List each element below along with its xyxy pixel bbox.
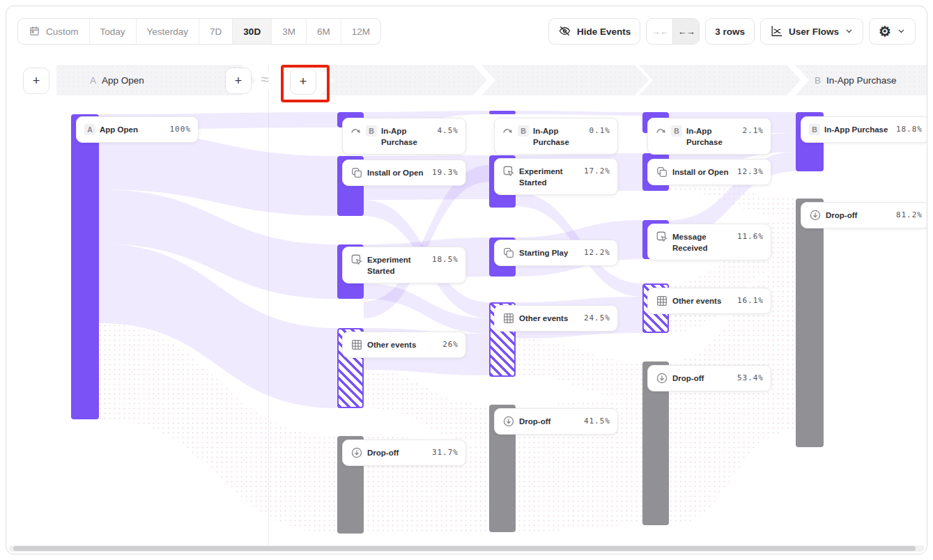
flow-card-in-app-purchase-col5[interactable]: BIn-App Purchase18.8% [801, 116, 927, 143]
dropoff-icon [502, 415, 515, 428]
date-range-yesterday[interactable]: Yesterday [136, 19, 199, 44]
grid-icon [350, 339, 363, 351]
flow-card-drop-off-col5[interactable]: Drop-off81.2% [801, 202, 927, 228]
flow-card-other-events-col3[interactable]: Other events24.5% [494, 305, 618, 332]
collapse-columns-button[interactable]: →← [647, 19, 672, 44]
date-range-12m[interactable]: 12M [341, 19, 380, 44]
flow-card-drop-off-col2[interactable]: Drop-off31.7% [342, 440, 466, 466]
date-range-label: 30D [243, 26, 261, 37]
step-a-label: App Open [102, 75, 144, 86]
flow-card-drop-off-col4[interactable]: Drop-off53.4% [647, 365, 771, 391]
flow-node-percent: 12.2% [584, 247, 610, 259]
flow-ribbon [364, 370, 489, 443]
date-range-custom[interactable]: Custom [18, 19, 89, 44]
grid-icon [502, 312, 515, 325]
toolbar-right: Hide Events →← ←→ 3 rows User Flows [548, 18, 916, 45]
flow-node-label: Drop-off [826, 210, 892, 221]
dropoff-icon [350, 446, 363, 459]
copy-icon [502, 247, 515, 259]
add-step-middle-button[interactable]: + [225, 68, 252, 94]
settings-button[interactable]: ⚙ [869, 18, 916, 45]
step-banner-4[interactable] [639, 65, 801, 95]
date-range-today[interactable]: Today [89, 19, 136, 44]
date-range-label: Custom [46, 26, 79, 37]
flow-node-label: Install or Open [672, 166, 733, 178]
flow-card-install-or-open-col4[interactable]: Install or Open12.3% [647, 159, 771, 185]
flow-node-percent: 4.5% [438, 125, 459, 137]
horizontal-scrollbar [9, 545, 924, 552]
flow-node-percent: 26% [442, 339, 458, 351]
flow-node-percent: 53.4% [737, 373, 764, 384]
date-range-7d[interactable]: 7D [199, 19, 232, 44]
flow-node-label: App Open [100, 124, 166, 135]
flow-bar-app-open-col1[interactable] [71, 114, 99, 419]
skip-icon [502, 125, 514, 136]
flow-node-percent: 0.1% [589, 125, 611, 137]
flow-card-starting-play-col3[interactable]: Starting Play12.2% [494, 240, 618, 266]
flow-node-percent: 2.1% [743, 125, 764, 137]
gear-icon: ⚙ [879, 24, 891, 38]
flow-node-label: Other events [519, 313, 580, 324]
flow-card-experiment-started-col2[interactable]: Experiment Started18.5% [342, 247, 466, 283]
date-range-label: 7D [210, 26, 222, 37]
flow-node-label: Starting Play [519, 247, 580, 258]
flow-card-other-events-col2[interactable]: Other events26% [342, 332, 466, 358]
flow-bar-in-app-purchase-col3[interactable] [489, 111, 516, 114]
hide-events-button[interactable]: Hide Events [548, 18, 640, 45]
step-badge-a: A [84, 124, 95, 135]
flow-card-in-app-purchase-col3[interactable]: BIn-App Purchase0.1% [494, 118, 618, 155]
flow-card-app-open-col1[interactable]: AApp Open100% [76, 116, 199, 143]
flow-node-percent: 100% [170, 124, 192, 136]
date-range-label: 3M [282, 26, 295, 37]
copy-icon [656, 166, 668, 178]
add-step-highlighted-button[interactable]: + [290, 68, 316, 95]
flow-card-in-app-purchase-col2[interactable]: BIn-App Purchase4.5% [342, 118, 466, 155]
flow-node-percent: 18.8% [896, 124, 923, 136]
view-selector[interactable]: User Flows [760, 18, 863, 45]
flow-node-percent: 24.5% [584, 313, 610, 325]
chevron-down-icon [845, 26, 854, 36]
flow-bar-drop-off-col5[interactable] [796, 199, 824, 447]
dropoff-icon [809, 209, 822, 221]
skip-icon [350, 125, 362, 136]
date-range-3m[interactable]: 3M [271, 19, 306, 44]
rows-button[interactable]: 3 rows [705, 18, 755, 45]
flow-card-drop-off-col3[interactable]: Drop-off41.5% [494, 408, 618, 435]
step-banner-3[interactable] [481, 65, 649, 95]
date-range-label: Yesterday [147, 26, 189, 37]
grid-icon [656, 295, 668, 307]
rows-label: 3 rows [715, 26, 745, 37]
scrollbar-thumb[interactable] [13, 546, 916, 551]
step-b-label: In-App Purchase [826, 75, 897, 86]
date-range-label: Today [100, 26, 125, 37]
flow-card-message-received-col4[interactable]: Message Received11.6% [647, 224, 771, 260]
date-range-label: 6M [317, 26, 330, 37]
flow-node-percent: 11.6% [737, 231, 764, 243]
step-banner-b[interactable]: B In-App Purchase [795, 65, 927, 95]
click-icon [502, 165, 515, 178]
flow-node-label: Drop-off [367, 447, 428, 458]
flows-chart-icon [770, 24, 783, 38]
date-range-label: 12M [352, 26, 370, 37]
flow-node-percent: 81.2% [896, 210, 923, 221]
flow-card-experiment-started-col3[interactable]: Experiment Started17.2% [494, 158, 618, 195]
step-badge-b: B [671, 125, 682, 137]
date-range-group: CustomTodayYesterday7D30D3M6M12M [17, 18, 381, 45]
step-b-badge: B [815, 75, 821, 86]
flow-card-install-or-open-col2[interactable]: Install or Open19.3% [342, 160, 466, 186]
step-banner-2[interactable] [320, 65, 487, 95]
flow-card-other-events-col4[interactable]: Other events16.1% [647, 288, 771, 314]
flow-card-in-app-purchase-col4[interactable]: BIn-App Purchase2.1% [647, 118, 771, 155]
date-range-30d[interactable]: 30D [232, 19, 271, 44]
flow-node-label: In-App Purchase [381, 125, 433, 148]
expand-columns-button[interactable]: ←→ [672, 19, 699, 44]
add-step-before-button[interactable]: + [23, 68, 49, 94]
flow-node-label: Experiment Started [367, 254, 428, 277]
flow-node-percent: 19.3% [432, 167, 458, 179]
date-range-6m[interactable]: 6M [306, 19, 341, 44]
flow-node-label: Drop-off [672, 373, 733, 384]
flow-node-label: In-App Purchase [686, 125, 739, 148]
view-selector-label: User Flows [789, 26, 839, 37]
flow-ribbon [516, 111, 642, 116]
calendar-icon [29, 25, 40, 37]
